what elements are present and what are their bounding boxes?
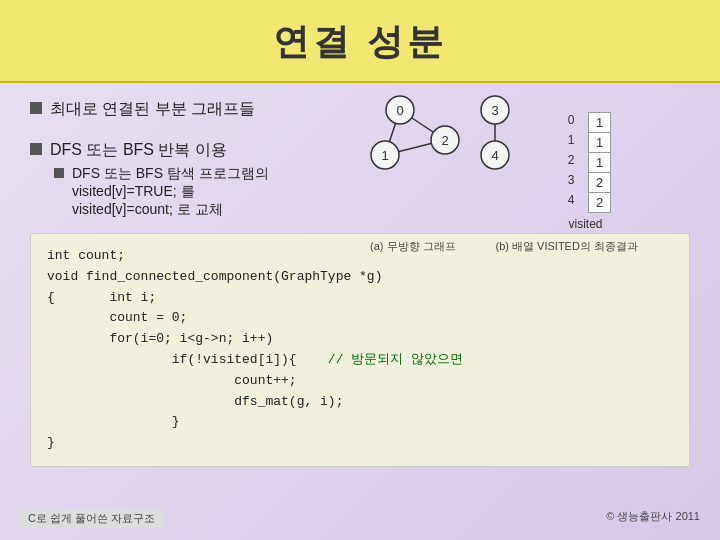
bullet-sub-text: DFS 또는 BFS 탐색 프로그램의 visited[v]=TRUE; 를 v… — [72, 165, 269, 219]
footer-left: C로 쉽게 풀어쓴 자료구조 — [20, 509, 163, 528]
graph-svg: 0 1 2 3 4 — [370, 90, 530, 190]
visited-table-area: 0 1 2 3 4 1 — [560, 90, 611, 233]
slide: 연결 성분 최대로 연결된 부분 그래프들 DFS 또는 BFS 반복 이용 D… — [0, 0, 720, 540]
node-4-label: 4 — [491, 148, 498, 163]
index-row-1: 1 — [560, 130, 582, 150]
index-row-4: 4 — [560, 190, 582, 210]
caption-b: (b) 배열 VISITED의 최종결과 — [496, 239, 638, 254]
bullet-icon-1 — [30, 102, 42, 114]
value-row-1: 1 — [589, 133, 611, 153]
values-column: 1 1 1 2 2 — [588, 90, 611, 213]
header: 연결 성분 — [0, 0, 720, 83]
diagram-captions: (a) 무방향 그래프 (b) 배열 VISITED의 최종결과 — [370, 239, 690, 254]
value-row-3: 2 — [589, 173, 611, 193]
value-row-4: 2 — [589, 193, 611, 213]
node-3-label: 3 — [491, 103, 498, 118]
bullet-icon-2 — [30, 143, 42, 155]
index-row-3: 3 — [560, 170, 582, 190]
slide-title: 연결 성분 — [30, 18, 690, 67]
diagram-area: 0 1 2 3 4 — [370, 90, 690, 254]
code-block: int count; void find_connected_component… — [30, 233, 690, 467]
node-1-label: 1 — [381, 148, 388, 163]
index-row-2: 2 — [560, 150, 582, 170]
value-row-0: 1 — [589, 113, 611, 133]
values-table: 1 1 1 2 2 — [588, 112, 611, 213]
node-0-label: 0 — [396, 103, 403, 118]
index-column: 0 1 2 3 4 — [560, 90, 582, 210]
graph-diagram: 0 1 2 3 4 — [370, 90, 690, 233]
visited-label: visited — [560, 217, 611, 231]
code-comment: // 방문되지 않았으면 — [328, 352, 463, 367]
bullet-1-text: 최대로 연결된 부분 그래프들 — [50, 99, 255, 120]
footer-right: © 생능출판사 2011 — [606, 509, 700, 528]
bullet-sub-icon — [54, 168, 64, 178]
index-row-0: 0 — [560, 110, 582, 130]
node-2-label: 2 — [441, 133, 448, 148]
bullet-2-text: DFS 또는 BFS 반복 이용 — [50, 140, 227, 161]
graph-svg-container: 0 1 2 3 4 — [370, 90, 530, 194]
value-row-2: 1 — [589, 153, 611, 173]
caption-a: (a) 무방향 그래프 — [370, 239, 456, 254]
index-table: 0 1 2 3 4 — [560, 110, 582, 210]
footer: C로 쉽게 풀어쓴 자료구조 © 생능출판사 2011 — [0, 509, 720, 528]
